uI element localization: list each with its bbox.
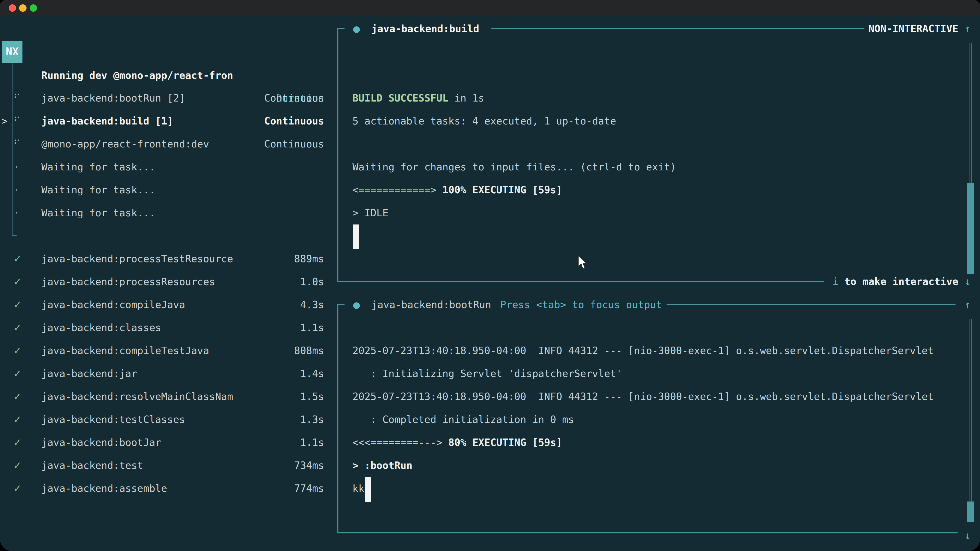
task-label: java-backend:test bbox=[41, 454, 143, 477]
task-label: java-backend:jar bbox=[41, 362, 137, 385]
terminal-text-segment: in 1s bbox=[449, 92, 484, 104]
terminal-line: 2025-07-23T13:40:18.950-04:00 INFO 44312… bbox=[352, 385, 934, 408]
terminal-text-segment: > IDLE bbox=[352, 207, 388, 219]
build-panel-bottom-border bbox=[337, 281, 824, 282]
task-duration: 1.1s bbox=[300, 316, 324, 339]
terminal-text-segment: > :bootRun bbox=[352, 460, 412, 471]
check-icon: ✓ bbox=[13, 316, 22, 339]
check-icon: ✓ bbox=[13, 454, 22, 477]
build-panel-top-border bbox=[491, 28, 864, 29]
terminal-text-segment: < bbox=[352, 184, 358, 196]
task-row-completed[interactable]: ✓java-backend:testClasses1.3s bbox=[0, 408, 324, 431]
minimize-button[interactable] bbox=[19, 4, 27, 12]
terminal-line: kk bbox=[352, 477, 371, 500]
task-label: Waiting for task... bbox=[41, 179, 155, 202]
spinner-icon: ⠋ bbox=[13, 87, 21, 110]
task-row-completed[interactable]: ✓java-backend:resolveMainClassNam1.5s bbox=[0, 385, 324, 408]
terminal-text-segment: BUILD SUCCESSFUL bbox=[352, 92, 449, 104]
task-duration: 1.4s bbox=[300, 362, 324, 385]
terminal-block-cursor bbox=[353, 224, 360, 249]
check-icon: ✓ bbox=[13, 293, 22, 316]
bootrun-scrollbar-track[interactable] bbox=[969, 319, 972, 521]
terminal-text-segment: 80% EXECUTING [59s] bbox=[442, 437, 562, 448]
bootrun-scrollbar-thumb[interactable] bbox=[967, 502, 974, 522]
bootrun-panel-title: java-backend:bootRun bbox=[371, 293, 491, 316]
terminal-block-cursor bbox=[365, 477, 371, 502]
task-row-completed[interactable]: ✓java-backend:compileTestJava808ms bbox=[0, 339, 324, 362]
task-label: Waiting for task... bbox=[41, 156, 155, 179]
task-label: java-backend:classes bbox=[41, 316, 161, 339]
task-row-completed[interactable]: ✓java-backend:jar1.4s bbox=[0, 362, 324, 385]
selection-caret-icon: > bbox=[2, 110, 7, 133]
task-row-continuous[interactable]: >⠋java-backend:build [1]Continuous bbox=[0, 110, 324, 133]
task-row-completed[interactable]: ✓java-backend:processResources1.0s bbox=[0, 270, 324, 293]
zoom-button[interactable] bbox=[30, 4, 37, 12]
interactive-hint-key: i bbox=[832, 276, 838, 287]
terminal-text-segment: ======== bbox=[370, 437, 418, 448]
task-row-completed[interactable]: ✓java-backend:classes1.1s bbox=[0, 316, 324, 339]
task-row-waiting: ·Waiting for task... bbox=[0, 156, 324, 179]
build-scrollbar-thumb[interactable] bbox=[967, 183, 974, 274]
check-icon: ✓ bbox=[13, 385, 22, 408]
build-panel-title: java-backend:build bbox=[371, 17, 479, 40]
terminal-line: Waiting for changes to input files... (c… bbox=[352, 156, 676, 179]
interactive-hint-text: to make interactive bbox=[838, 276, 958, 287]
waiting-dot-icon: · bbox=[15, 156, 18, 179]
terminal-line: : Completed initialization in 0 ms bbox=[352, 408, 574, 431]
bootrun-scroll-up-icon[interactable]: ↑ bbox=[960, 293, 975, 316]
task-duration: 889ms bbox=[294, 248, 324, 270]
check-icon: ✓ bbox=[13, 248, 22, 270]
terminal-line: : Initializing Servlet 'dispatcherServle… bbox=[352, 362, 622, 385]
terminal-line: <<<========---> 80% EXECUTING [59s] bbox=[352, 431, 562, 454]
sidebar-title: Running dev @mono-app/react-fron bbox=[41, 64, 233, 87]
check-icon: ✓ bbox=[13, 339, 22, 362]
task-label: java-backend:bootRun [2] bbox=[41, 87, 185, 110]
task-row-completed[interactable]: ✓java-backend:assemble774ms bbox=[0, 477, 324, 500]
task-duration: 1.1s bbox=[300, 431, 324, 454]
build-task-bullet-icon: ● bbox=[353, 17, 360, 40]
task-label: java-backend:processTestResource bbox=[41, 248, 233, 270]
task-duration: Continuous bbox=[264, 133, 324, 156]
task-duration: 1.3s bbox=[300, 408, 324, 431]
terminal-line: > :bootRun bbox=[352, 454, 412, 477]
close-button[interactable] bbox=[9, 4, 16, 12]
task-label: java-backend:bootJar bbox=[41, 431, 161, 454]
task-row-completed[interactable]: ✓java-backend:processTestResource889ms bbox=[0, 248, 324, 270]
task-duration: Continuous bbox=[264, 87, 324, 110]
task-row-continuous[interactable]: ⠋java-backend:bootRun [2]Continuous bbox=[0, 87, 324, 110]
task-label: java-backend:assemble bbox=[41, 477, 167, 500]
task-duration: 734ms bbox=[294, 454, 324, 477]
non-interactive-badge: NON-INTERACTIVE bbox=[869, 23, 958, 35]
check-icon: ✓ bbox=[13, 431, 22, 454]
task-row-completed[interactable]: ✓java-backend:bootJar1.1s bbox=[0, 431, 324, 454]
terminal-text-segment: > bbox=[436, 437, 442, 448]
terminal-text-segment: : Initializing Servlet 'dispatcherServle… bbox=[352, 368, 622, 380]
task-label: Waiting for task... bbox=[41, 202, 155, 224]
task-label: java-backend:processResources bbox=[41, 270, 215, 293]
terminal-text-segment: <<< bbox=[352, 437, 370, 448]
terminal-line: 2025-07-23T13:40:18.950-04:00 INFO 44312… bbox=[352, 339, 934, 362]
build-scroll-up-icon[interactable]: ↑ bbox=[960, 17, 975, 40]
build-scroll-down-icon[interactable]: ↓ bbox=[960, 270, 975, 293]
pagination: ← 1/2 → bbox=[7, 546, 49, 551]
build-panel-corner-stub bbox=[337, 28, 345, 29]
focus-output-hint: Press <tab> to focus output bbox=[500, 293, 662, 316]
task-row-completed[interactable]: ✓java-backend:test734ms bbox=[0, 454, 324, 477]
bootrun-panel-top-border bbox=[667, 304, 956, 305]
terminal-line bbox=[352, 224, 360, 248]
check-icon: ✓ bbox=[13, 477, 22, 500]
task-label: java-backend:compileTestJava bbox=[41, 339, 209, 362]
bootrun-scroll-down-icon[interactable]: ↓ bbox=[960, 524, 975, 547]
check-icon: ✓ bbox=[13, 270, 22, 293]
task-duration: 808ms bbox=[294, 339, 324, 362]
task-row-completed[interactable]: ✓java-backend:compileJava4.3s bbox=[0, 293, 324, 316]
task-row-continuous[interactable]: ⠋@mono-app/react-frontend:devContinuous bbox=[0, 133, 324, 156]
terminal-line: 5 actionable tasks: 4 executed, 1 up-to-… bbox=[352, 110, 616, 133]
task-label: @mono-app/react-frontend:dev bbox=[41, 133, 209, 156]
bootrun-task-bullet-icon: ● bbox=[353, 293, 360, 316]
task-label: java-backend:build [1] bbox=[41, 110, 173, 133]
task-duration: Continuous bbox=[264, 110, 324, 133]
mouse-pointer-icon bbox=[576, 255, 587, 270]
task-label: java-backend:resolveMainClassNam bbox=[41, 385, 233, 408]
task-duration: 1.5s bbox=[300, 385, 324, 408]
